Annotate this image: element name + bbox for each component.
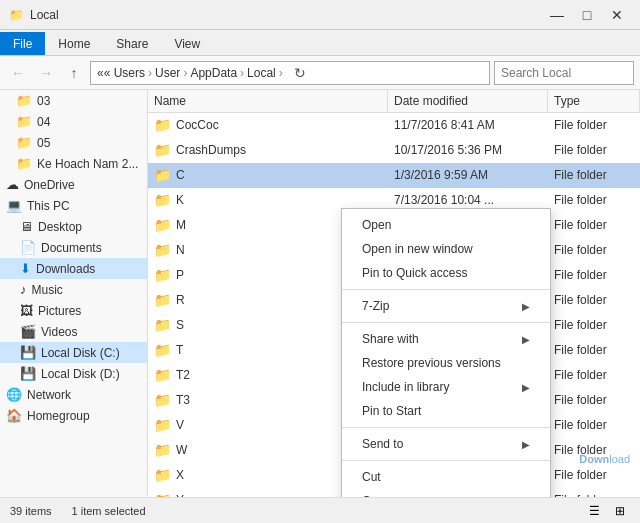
context-menu: Open Open in new window Pin to Quick acc… (341, 208, 551, 497)
search-input[interactable] (501, 66, 640, 80)
column-header-date[interactable]: Date modified (388, 90, 548, 112)
disk-icon: 💾 (20, 366, 36, 381)
desktop-icon: 🖥 (20, 219, 33, 234)
context-menu-pin-start[interactable]: Pin to Start (342, 399, 550, 423)
column-header-name[interactable]: Name (148, 90, 388, 112)
title-bar-left: 📁 Local (8, 7, 59, 23)
folder-icon: 📁 (154, 267, 171, 283)
sidebar-item-desktop[interactable]: 🖥 Desktop (0, 216, 147, 237)
sidebar-item-this-pc[interactable]: 💻 This PC (0, 195, 147, 216)
sidebar-item-pictures[interactable]: 🖼 Pictures (0, 300, 147, 321)
folder-icon: 📁 (154, 242, 171, 258)
computer-icon: 💻 (6, 198, 22, 213)
submenu-arrow-icon: ▶ (522, 301, 530, 312)
list-view-button[interactable]: ☰ (584, 501, 604, 521)
close-button[interactable]: ✕ (602, 0, 632, 30)
folder-icon: 📁 (154, 217, 171, 233)
context-menu-separator (342, 289, 550, 290)
up-button[interactable]: ↑ (62, 61, 86, 85)
tab-file[interactable]: File (0, 32, 45, 55)
downloads-icon: ⬇ (20, 261, 31, 276)
folder-icon: 📁 (154, 317, 171, 333)
context-menu-send-to[interactable]: Send to ▶ (342, 432, 550, 456)
nav-pane: 📁 03 📁 04 📁 05 📁 Ke Hoach Nam 2... ☁ One… (0, 90, 148, 497)
sidebar-item-videos[interactable]: 🎬 Videos (0, 321, 147, 342)
main-layout: 📁 03 📁 04 📁 05 📁 Ke Hoach Nam 2... ☁ One… (0, 90, 640, 497)
folder-icon: 📁 (154, 167, 171, 183)
context-menu-pin-quick-access[interactable]: Pin to Quick access (342, 261, 550, 285)
refresh-button[interactable]: ↻ (288, 61, 312, 85)
tab-share[interactable]: Share (103, 32, 161, 55)
tab-view[interactable]: View (161, 32, 213, 55)
context-menu-separator (342, 322, 550, 323)
window-title: Local (30, 8, 59, 22)
folder-icon: 📁 (154, 342, 171, 358)
context-menu-7zip[interactable]: 7-Zip ▶ (342, 294, 550, 318)
onedrive-icon: ☁ (6, 177, 19, 192)
folder-icon: 📁 (154, 417, 171, 433)
address-bar[interactable]: «« Users › User › AppData › Local › ↻ (90, 61, 490, 85)
table-row[interactable]: 📁CocCoc 11/7/2016 8:41 AM File folder (148, 113, 640, 138)
submenu-arrow-icon: ▶ (522, 334, 530, 345)
file-list-header: Name Date modified Type (148, 90, 640, 113)
sidebar-item-04[interactable]: 📁 04 (0, 111, 147, 132)
table-row[interactable]: 📁CrashDumps 10/17/2016 5:36 PM File fold… (148, 138, 640, 163)
sidebar-item-03[interactable]: 📁 03 (0, 90, 147, 111)
context-menu-copy[interactable]: Copy (342, 489, 550, 497)
sidebar-item-ke-hoach[interactable]: 📁 Ke Hoach Nam 2... (0, 153, 147, 174)
file-list: Name Date modified Type 📁CocCoc 11/7/201… (148, 90, 640, 497)
context-menu-restore-previous[interactable]: Restore previous versions (342, 351, 550, 375)
folder-icon: 📁 (16, 156, 32, 171)
column-header-type[interactable]: Type (548, 90, 640, 112)
videos-icon: 🎬 (20, 324, 36, 339)
sidebar-item-05[interactable]: 📁 05 (0, 132, 147, 153)
sidebar-item-downloads[interactable]: ⬇ Downloads (0, 258, 147, 279)
toolbar: ← → ↑ «« Users › User › AppData › Local … (0, 56, 640, 90)
folder-icon: 📁 (16, 135, 32, 150)
context-menu-open-new-window[interactable]: Open in new window (342, 237, 550, 261)
ribbon-tabs: File Home Share View (0, 30, 640, 56)
table-row[interactable]: 📁C 1/3/2016 9:59 AM File folder (148, 163, 640, 188)
minimize-button[interactable]: — (542, 0, 572, 30)
sidebar-item-network[interactable]: 🌐 Network (0, 384, 147, 405)
sidebar-item-local-d[interactable]: 💾 Local Disk (D:) (0, 363, 147, 384)
folder-icon: 📁 (154, 367, 171, 383)
submenu-arrow-icon: ▶ (522, 439, 530, 450)
sidebar-item-documents[interactable]: 📄 Documents (0, 237, 147, 258)
back-button[interactable]: ← (6, 61, 30, 85)
breadcrumb-user: User (155, 66, 180, 80)
folder-icon: 📁 (16, 93, 32, 108)
sidebar-item-homegroup[interactable]: 🏠 Homegroup (0, 405, 147, 426)
folder-icon: 📁 (154, 192, 171, 208)
context-menu-open[interactable]: Open (342, 213, 550, 237)
sidebar-item-local-c[interactable]: 💾 Local Disk (C:) (0, 342, 147, 363)
maximize-button[interactable]: □ (572, 0, 602, 30)
folder-icon: 📁 (154, 492, 171, 497)
search-bar[interactable]: 🔍 (494, 61, 634, 85)
forward-button[interactable]: → (34, 61, 58, 85)
submenu-arrow-icon: ▶ (522, 382, 530, 393)
pictures-icon: 🖼 (20, 303, 33, 318)
documents-icon: 📄 (20, 240, 36, 255)
view-controls: ☰ ⊞ (584, 501, 630, 521)
breadcrumb: «« Users › User › AppData › Local › (97, 66, 284, 80)
detail-view-button[interactable]: ⊞ (610, 501, 630, 521)
folder-icon: 📁 (16, 114, 32, 129)
folder-icon: 📁 (154, 117, 171, 133)
homegroup-icon: 🏠 (6, 408, 22, 423)
tab-home[interactable]: Home (45, 32, 103, 55)
context-menu-separator (342, 427, 550, 428)
context-menu-include-library[interactable]: Include in library ▶ (342, 375, 550, 399)
context-menu-share-with[interactable]: Share with ▶ (342, 327, 550, 351)
context-menu-cut[interactable]: Cut (342, 465, 550, 489)
breadcrumb-appdata: AppData (190, 66, 237, 80)
folder-icon: 📁 (154, 142, 171, 158)
sidebar-item-music[interactable]: ♪ Music (0, 279, 147, 300)
sidebar-item-onedrive[interactable]: ☁ OneDrive (0, 174, 147, 195)
network-icon: 🌐 (6, 387, 22, 402)
breadcrumb-part: «« Users (97, 66, 145, 80)
music-icon: ♪ (20, 282, 27, 297)
folder-icon: 📁 (154, 292, 171, 308)
folder-icon: 📁 (154, 467, 171, 483)
selection-info: 1 item selected (72, 505, 146, 517)
